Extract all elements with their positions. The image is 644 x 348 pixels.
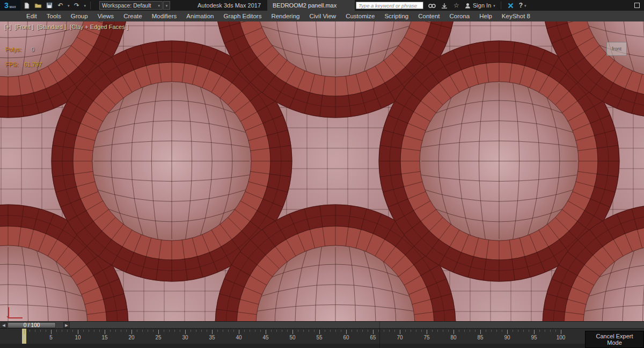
viewport-shading-menu[interactable]: [Clay + Edged Faces ] xyxy=(70,24,128,30)
ruler-tick xyxy=(276,330,277,332)
ruler-tick xyxy=(148,330,148,332)
ruler-tick xyxy=(480,330,481,334)
ruler-tick xyxy=(416,330,416,332)
workspace-menu-caret-icon: ▾ xyxy=(166,4,168,8)
ruler-tick xyxy=(250,330,250,332)
previous-frame-button[interactable]: ◀ xyxy=(1,322,7,328)
ruler-tick xyxy=(174,330,175,332)
menu-corona[interactable]: Corona xyxy=(444,11,474,21)
axis-tripod-icon xyxy=(5,304,25,320)
menu-edit[interactable]: Edit xyxy=(21,11,42,21)
ruler-tick xyxy=(373,330,374,334)
ruler-tick xyxy=(62,330,62,332)
status-strip xyxy=(0,344,644,348)
ruler-tick xyxy=(491,330,492,332)
ruler-tick-label: 45 xyxy=(262,335,268,340)
ruler-tick-label: 20 xyxy=(128,335,134,340)
menu-rendering[interactable]: Rendering xyxy=(266,11,304,21)
app-logo[interactable]: 3 MAX xyxy=(0,0,20,11)
ruler-tick xyxy=(389,330,390,332)
fps-label: FPS: xyxy=(5,61,18,68)
ruler-tick xyxy=(89,330,89,332)
redo-dropdown-icon[interactable]: ▾ xyxy=(84,4,86,8)
sign-in-button[interactable]: Sign In ▾ xyxy=(465,2,495,9)
ruler-tick xyxy=(502,330,502,332)
user-icon xyxy=(465,3,471,9)
ruler-tick-label: 100 xyxy=(557,335,566,340)
open-file-icon[interactable] xyxy=(34,2,42,10)
next-frame-button[interactable]: ▶ xyxy=(63,322,70,328)
menu-help[interactable]: Help xyxy=(474,11,497,21)
ruler-tick xyxy=(158,330,159,334)
ruler-tick xyxy=(448,330,449,332)
ruler-tick xyxy=(496,330,497,332)
ruler-tick xyxy=(153,330,153,332)
subscription-icon[interactable] xyxy=(440,2,448,10)
ruler-tick xyxy=(432,330,433,332)
ruler-tick xyxy=(287,330,288,332)
menu-create[interactable]: Create xyxy=(119,11,147,21)
workspace-label: Workspace: Default xyxy=(102,2,151,9)
menu-graph-editors[interactable]: Graph Editors xyxy=(218,11,266,21)
search-input[interactable] xyxy=(356,2,423,9)
menu-scripting[interactable]: Scripting xyxy=(379,11,413,21)
ruler-tick xyxy=(453,330,454,334)
ruler-tick xyxy=(427,330,427,334)
ruler-tick xyxy=(378,330,379,332)
viewport-standard-menu[interactable]: [Standard ] xyxy=(37,24,66,30)
menu-civil-view[interactable]: Civil View xyxy=(304,11,341,21)
menu-animation[interactable]: Animation xyxy=(181,11,218,21)
ruler-tick-label: 30 xyxy=(182,335,188,340)
timeline-ruler[interactable]: 0510152025303540455055606570758085909510… xyxy=(0,329,644,344)
help-icon: ? xyxy=(519,2,523,9)
ruler-tick xyxy=(368,330,368,332)
ruler-tick xyxy=(346,330,347,334)
ruler-tick xyxy=(94,330,94,332)
ruler-tick xyxy=(309,330,309,332)
ruler-tick-label: 10 xyxy=(75,335,80,340)
help-menu[interactable]: ? ▾ xyxy=(519,2,526,9)
ruler-tick-label: 75 xyxy=(423,335,429,340)
ruler-tick xyxy=(539,330,540,332)
search-binoculars-icon[interactable] xyxy=(428,2,436,10)
ruler-tick xyxy=(292,330,293,334)
time-slider-track[interactable]: ◀ 0 / 100 ▶ xyxy=(0,321,644,329)
ruler-tick xyxy=(260,330,261,332)
menu-tools[interactable]: Tools xyxy=(42,11,66,21)
viewport-pov-menu[interactable]: [Front ] xyxy=(15,24,34,30)
cancel-expert-mode-button[interactable]: Cancel Expert Mode xyxy=(585,331,644,348)
workspace-menu-button[interactable]: ▾ xyxy=(163,1,170,10)
viewport-general-menu[interactable]: [+] xyxy=(4,24,11,30)
redo-icon[interactable]: ↷ xyxy=(73,2,81,10)
menu-group[interactable]: Group xyxy=(66,11,93,21)
undo-icon[interactable]: ↶ xyxy=(56,2,64,10)
ruler-tick-label: 90 xyxy=(504,335,510,340)
ruler-tick xyxy=(121,330,121,332)
workspace-dropdown[interactable]: Workspace: Default ▾ xyxy=(99,1,163,10)
ruler-tick xyxy=(555,330,556,332)
viewport[interactable]: [+][Front ][Standard ][Clay + Edged Face… xyxy=(0,21,644,321)
ruler-tick xyxy=(550,330,551,332)
menu-views[interactable]: Views xyxy=(93,11,119,21)
time-slider-handle[interactable]: 0 / 100 xyxy=(8,322,56,328)
menu-customize[interactable]: Customize xyxy=(341,11,379,21)
menu-content[interactable]: Content xyxy=(413,11,444,21)
ruler-tick xyxy=(319,330,320,334)
window-menu-icon[interactable] xyxy=(634,3,640,8)
ruler-tick xyxy=(185,330,186,334)
favorites-star-icon[interactable]: ☆ xyxy=(452,2,460,10)
help-caret-icon: ▾ xyxy=(524,4,526,8)
save-icon[interactable] xyxy=(45,2,53,10)
ruler-tick-label: 80 xyxy=(450,335,456,340)
viewport-mesh[interactable] xyxy=(0,21,644,321)
communication-center-icon[interactable] xyxy=(507,2,515,10)
new-file-icon[interactable] xyxy=(23,2,31,10)
undo-dropdown-icon[interactable]: ▾ xyxy=(68,4,70,8)
menu-modifiers[interactable]: Modifiers xyxy=(147,11,182,21)
ruler-tick xyxy=(212,330,213,334)
ruler-tick xyxy=(131,330,132,334)
ruler-tick xyxy=(529,330,529,332)
quick-access-toolbar: ↶ ▾ ↷ ▾ xyxy=(23,0,92,11)
menu-keyshot-8[interactable]: KeyShot 8 xyxy=(497,11,535,21)
viewcube[interactable]: front xyxy=(606,42,627,56)
